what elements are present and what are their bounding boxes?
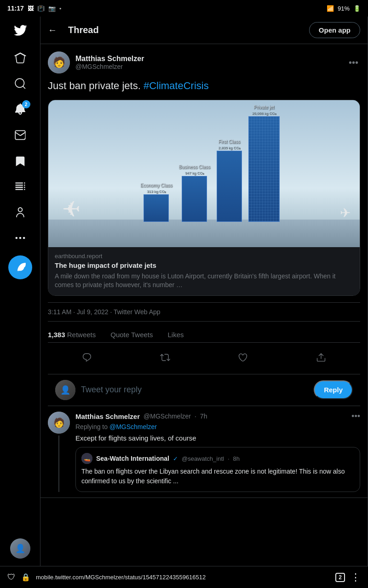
thread-title: Thread [68,25,298,35]
tweet-text: Just ban private jets. #ClimateCrisis [48,79,360,93]
more-options-button[interactable]: ••• [347,56,360,70]
link-card-title: The huge impact of private jets [55,261,353,269]
media-icon: 📳 [37,5,45,12]
reply-button[interactable]: Reply [314,380,353,399]
bottom-bar: 🛡 🔒 mobile.twitter.com/MGSchmelzer/statu… [0,566,368,588]
replying-to-label: Replying to @MGSchmelzer [75,423,360,430]
action-row [48,345,360,374]
quote-tweets-stat[interactable]: Quote Tweets [110,331,153,339]
reply-author-avatar[interactable]: 🧑 [48,412,70,434]
thread-line-col: 🧑 [48,412,70,492]
hashtag[interactable]: #ClimateCrisis [144,80,209,91]
svg-point-1 [19,237,21,239]
quote-author-avatar: 🚤 [81,453,92,464]
thread-line [58,435,59,492]
sidebar-item-notifications[interactable]: 2 [8,97,32,121]
svg-point-2 [23,237,25,239]
link-card-image: ✈ Economy Class 313 kg CO₂ Business Clas… [48,100,360,247]
sidebar-item-more[interactable] [8,226,32,250]
dot-indicator: ● [59,6,62,11]
notifications-badge: 2 [22,100,30,108]
link-card[interactable]: ✈ Economy Class 313 kg CO₂ Business Clas… [48,100,360,296]
back-button[interactable]: ← [48,25,57,35]
open-app-button[interactable]: Open app [309,22,360,38]
camera-icon: 📷 [48,5,56,12]
author-handle[interactable]: @MGSchmelzer [75,63,341,70]
thread-header: ← Thread Open app [40,17,368,44]
status-bar: 11:17 🖼 📳 📷 ● 📶 91% 🔋 [0,0,368,17]
quote-text: The ban on flights over the Libyan searc… [81,467,354,486]
quote-handle: @seawatch_intl [182,455,224,462]
sidebar-item-lists[interactable] [8,175,32,198]
retweets-stat[interactable]: 1,383 Retweets [48,331,96,339]
author-name[interactable]: Matthias Schmelzer [75,55,341,63]
reply-input-placeholder[interactable]: Tweet your reply [81,385,308,395]
reply-text: Except for flights saving lives, of cour… [75,433,360,444]
tweet-text-content: Just ban private jets. [48,80,144,91]
wifi-icon: 📶 [327,5,334,12]
quote-card[interactable]: 🚤 Sea-Watch International ✓ @seawatch_in… [75,447,360,492]
tweet-timestamp: 3:11 AM · Jul 9, 2022 · Twitter Web App [48,302,360,322]
link-card-info: earthbound.report The huge impact of pri… [48,247,360,295]
sidebar-item-bookmarks[interactable] [8,149,32,173]
bottom-bar-left: 🛡 🔒 mobile.twitter.com/MGSchmelzer/statu… [7,572,206,582]
main-content: ← Thread Open app 🧑 Matthias Schmelzer @… [40,17,368,566]
reply-content: Matthias Schmelzer @MGSchmelzer · 7h •••… [75,412,360,492]
sidebar-item-explore[interactable] [8,72,32,96]
retweets-count: 1,383 [48,331,65,339]
author-avatar[interactable]: 🧑 [48,51,70,74]
compose-button[interactable] [8,255,32,279]
reply-more-button[interactable]: ••• [351,412,360,421]
tweet-author-row: 🧑 Matthias Schmelzer @MGSchmelzer ••• [48,51,360,74]
quote-tweets-label: Quote Tweets [110,331,153,339]
reply-time: 7h [200,413,207,420]
shield-icon: 🛡 [7,572,16,582]
quote-author-name: Sea-Watch International [96,455,169,462]
reply-author-handle: @MGSchmelzer [144,413,191,420]
sidebar-item-home[interactable] [8,46,32,70]
retweet-action-button[interactable] [154,346,176,368]
sidebar: 2 👤 [0,17,40,566]
photo-icon: 🖼 [28,5,34,12]
battery-level: 91% [338,5,350,12]
likes-label: Likes [168,331,184,339]
stats-row: 1,383 Retweets Quote Tweets Likes [48,327,360,343]
replying-to-handle[interactable]: @MGSchmelzer [109,423,157,430]
tweet-card: 🧑 Matthias Schmelzer @MGSchmelzer ••• Ju… [40,44,368,406]
sidebar-item-messages[interactable] [8,123,32,147]
like-action-button[interactable] [232,346,254,368]
svg-point-0 [15,237,17,239]
quote-author-row: 🚤 Sea-Watch International ✓ @seawatch_in… [81,453,354,464]
reply-tweet: 🧑 Matthias Schmelzer @MGSchmelzer · 7h •… [40,406,368,498]
browser-menu-button[interactable]: ⋮ [351,571,361,583]
author-info: Matthias Schmelzer @MGSchmelzer [75,55,341,70]
lock-icon: 🔒 [21,573,30,582]
browser-url[interactable]: mobile.twitter.com/MGSchmelzer/status/15… [36,574,206,581]
quote-time: 8h [233,455,240,462]
twitter-logo[interactable] [10,20,30,40]
reply-input-row: 👤 Tweet your reply Reply [48,374,360,406]
status-time: 11:17 [7,5,24,12]
bottom-bar-right: 2 ⋮ [335,571,361,583]
link-card-desc: A mile down the road from my house is Lu… [55,272,353,290]
retweets-label: Retweets [67,331,96,339]
current-user-avatar-reply: 👤 [55,380,75,400]
reply-author-name[interactable]: Matthias Schmelzer [75,413,140,420]
share-action-button[interactable] [310,346,332,368]
sidebar-item-profile[interactable] [8,200,32,224]
user-avatar[interactable]: 👤 [10,538,30,559]
tab-count-badge[interactable]: 2 [335,573,345,582]
reply-action-button[interactable] [76,346,98,368]
battery-icon: 🔋 [353,5,361,12]
verified-badge-icon: ✓ [173,455,178,462]
link-card-source: earthbound.report [55,253,353,260]
reply-author-row: Matthias Schmelzer @MGSchmelzer · 7h ••• [75,412,360,421]
likes-stat[interactable]: Likes [168,331,184,339]
